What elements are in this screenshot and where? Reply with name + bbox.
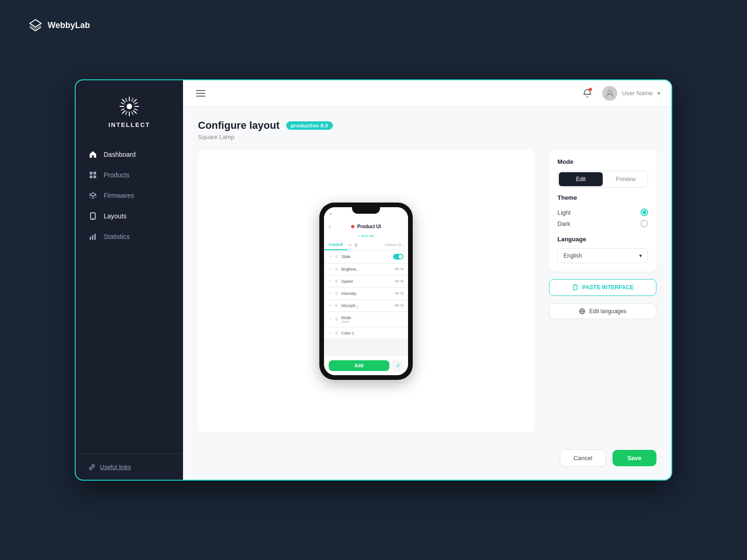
language-title: Language xyxy=(557,236,648,243)
language-section: Language English ▾ xyxy=(557,236,648,263)
phone-item-speed-value: 90 % xyxy=(395,279,403,283)
phone-add-tab[interactable]: + Add tab xyxy=(324,233,408,240)
menu-line-1 xyxy=(196,90,205,91)
sidebar-item-statistics[interactable]: Statistics xyxy=(76,226,183,247)
language-select[interactable]: English ▾ xyxy=(557,248,648,263)
edit-mode-button[interactable]: Edit xyxy=(559,172,603,186)
phone-screen: ● ‹ Product UI + Add tab xyxy=(324,207,408,375)
phone-tab-control[interactable]: Control xyxy=(324,240,347,250)
phone-preview-area: ● ‹ Product UI + Add tab xyxy=(198,150,534,432)
phone-item-speed-label: Speed xyxy=(341,279,392,284)
theme-section: Theme Light Dark xyxy=(557,194,648,229)
language-chevron-icon: ▾ xyxy=(639,252,642,259)
page-subtitle: Square Lamp xyxy=(198,133,656,140)
sidebar-item-layouts[interactable]: Layouts xyxy=(76,206,183,226)
mode-section: Mode Edit Preview xyxy=(557,158,648,188)
svg-line-13 xyxy=(134,103,138,104)
theme-dark-option: Dark xyxy=(557,218,648,229)
home-icon xyxy=(89,150,97,159)
app-window: INTELLECT Dashboard Products Firmwares xyxy=(75,79,672,481)
mode-title: Mode xyxy=(557,158,648,165)
phone-icon xyxy=(89,212,97,220)
menu-line-2 xyxy=(196,93,205,94)
edit-languages-button[interactable]: Edit languages xyxy=(549,303,656,319)
theme-dark-radio[interactable] xyxy=(641,220,648,227)
preview-mode-button[interactable]: Preview xyxy=(604,171,648,187)
sidebar: INTELLECT Dashboard Products Firmwares xyxy=(76,80,183,480)
svg-rect-23 xyxy=(90,237,91,240)
useful-links-label: Useful links xyxy=(100,463,131,470)
bar-chart-icon xyxy=(89,232,97,241)
page-title: Configure layout xyxy=(198,119,280,132)
webbylab-logo-icon xyxy=(28,19,43,32)
theme-dark-label: Dark xyxy=(557,220,570,227)
user-menu[interactable]: User Name ▾ xyxy=(602,86,660,101)
phone-state-toggle[interactable] xyxy=(393,254,403,259)
menu-line-3 xyxy=(196,96,205,97)
production-badge: production 8.0 xyxy=(286,121,333,130)
theme-title: Theme xyxy=(557,194,648,201)
phone-reset-button[interactable]: ↺ xyxy=(392,360,403,371)
sidebar-item-products[interactable]: Products xyxy=(76,165,183,185)
user-name: User Name xyxy=(622,90,653,97)
right-panel: Mode Edit Preview Theme Light xyxy=(549,150,656,432)
sidebar-item-dashboard[interactable]: Dashboard xyxy=(76,144,183,165)
phone-item-state: ✏ 🗑 State xyxy=(324,251,408,263)
phone-item-mode-sub: Solid xyxy=(341,320,403,323)
paste-interface-button[interactable]: PASTE INTERFACE xyxy=(549,279,656,296)
phone-item-color: ✏ 🗑 Color 1 xyxy=(324,328,408,339)
globe-icon xyxy=(579,308,585,315)
sidebar-label-products: Products xyxy=(104,171,129,179)
phone-item-state-label: State xyxy=(341,254,390,259)
mode-buttons: Edit Preview xyxy=(557,171,648,188)
phone-tab-default[interactable]: Default St... xyxy=(381,240,408,249)
phone-title-text: Product UI xyxy=(357,224,381,229)
webbylab-name: WebbyLab xyxy=(48,21,90,30)
cancel-button[interactable]: Cancel xyxy=(560,449,606,467)
language-selected: English xyxy=(564,252,582,259)
phone-item-speed: ✏ 🗑 Speed 90 % xyxy=(324,276,408,287)
phone-items-list: ✏ 🗑 State ✏ 🗑 B xyxy=(324,251,408,357)
notification-dot xyxy=(589,88,592,91)
svg-line-5 xyxy=(122,99,125,102)
phone-notch xyxy=(352,207,380,214)
sidebar-nav: Dashboard Products Firmwares Layouts xyxy=(76,140,183,454)
user-avatar xyxy=(602,86,617,101)
useful-links[interactable]: Useful links xyxy=(89,463,170,470)
svg-rect-18 xyxy=(93,172,96,175)
page-body: ● ‹ Product UI + Add tab xyxy=(198,150,656,432)
svg-rect-17 xyxy=(90,172,92,175)
svg-point-0 xyxy=(127,104,132,109)
svg-line-12 xyxy=(132,112,133,115)
sidebar-label-dashboard: Dashboard xyxy=(104,151,136,158)
phone-item-brightness-label: Brightne... xyxy=(341,267,392,272)
theme-light-radio[interactable] xyxy=(641,209,648,216)
menu-button[interactable] xyxy=(194,88,207,98)
topbar: User Name ▾ xyxy=(183,80,671,106)
phone-item-intensity-label: Intensity xyxy=(341,291,392,296)
chevron-down-icon: ▾ xyxy=(657,90,660,97)
phone-tab-delete-icon[interactable]: 🗑 xyxy=(353,240,359,250)
box-icon xyxy=(89,191,97,200)
phone-item-intensity: ✏ 🗑 Intensity 90 % xyxy=(324,288,408,300)
sidebar-footer: Useful links xyxy=(76,454,183,480)
phone-mockup: ● ‹ Product UI + Add tab xyxy=(319,203,413,380)
sidebar-item-firmwares[interactable]: Firmwares xyxy=(76,185,183,206)
save-button[interactable]: Save xyxy=(613,450,656,466)
mode-theme-card: Mode Edit Preview Theme Light xyxy=(549,150,656,272)
page-content: Configure layout production 8.0 Square L… xyxy=(183,106,671,480)
svg-line-15 xyxy=(132,98,133,102)
notifications-button[interactable] xyxy=(580,86,595,101)
svg-line-6 xyxy=(134,111,136,113)
page-header: Configure layout production 8.0 Square L… xyxy=(198,119,656,140)
phone-add-button[interactable]: Add xyxy=(329,360,389,371)
intellect-logo-icon xyxy=(118,95,141,118)
svg-point-26 xyxy=(608,91,612,94)
theme-light-option: Light xyxy=(557,207,648,218)
phone-status-dot xyxy=(351,225,354,228)
webbylab-brand: WebbyLab xyxy=(28,19,90,32)
phone-tab-edit-icon[interactable]: ✏ xyxy=(347,240,353,250)
phone-item-mode: ✏ 🗑 Mode Solid xyxy=(324,312,408,327)
topbar-actions: User Name ▾ xyxy=(580,86,660,101)
svg-line-7 xyxy=(134,99,136,102)
